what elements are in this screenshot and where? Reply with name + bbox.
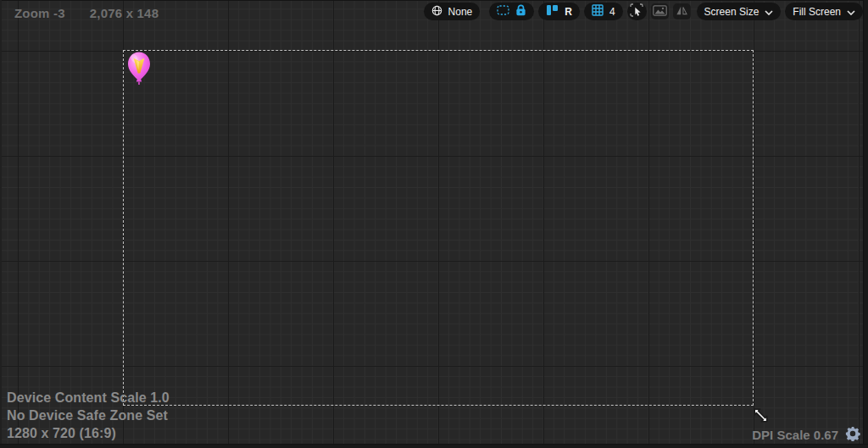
respect-locks-label[interactable]: R bbox=[565, 5, 572, 17]
globe-icon bbox=[431, 5, 442, 19]
fill-screen-label: Fill Screen bbox=[793, 5, 841, 17]
chevron-down-icon bbox=[847, 6, 855, 18]
localization-preview-button[interactable]: None bbox=[424, 3, 481, 20]
dpi-scale-row: DPI Scale 0.67 bbox=[752, 426, 860, 444]
lock-icon[interactable] bbox=[515, 4, 526, 19]
zoom-level-label: Zoom -3 bbox=[14, 6, 65, 20]
grid-snap-size-label[interactable]: 4 bbox=[609, 5, 615, 17]
mirror-flip-button[interactable] bbox=[673, 3, 691, 19]
viewport-top-border bbox=[0, 0, 868, 1]
viewport-bottom-scroll-track[interactable] bbox=[0, 444, 868, 448]
canvas-outline bbox=[123, 50, 754, 406]
selection-lock-group bbox=[489, 3, 534, 20]
cursor-select-icon bbox=[630, 3, 643, 19]
cursor-select-button[interactable] bbox=[627, 3, 647, 20]
balloon-widget[interactable] bbox=[126, 51, 152, 91]
grid-icon[interactable] bbox=[592, 4, 604, 19]
umg-designer-viewport[interactable]: Zoom -3 2,076 x 148 None R bbox=[0, 0, 868, 448]
chevron-down-icon bbox=[765, 6, 773, 18]
widget-layout-icon[interactable] bbox=[546, 4, 559, 19]
designer-toolbar: None R 4 bbox=[424, 3, 863, 20]
grid-snap-group: 4 bbox=[584, 3, 623, 20]
gear-icon[interactable] bbox=[845, 426, 860, 444]
device-content-scale-label: Device Content Scale 1.0 bbox=[7, 389, 170, 407]
device-info-overlay: Device Content Scale 1.0 No Device Safe … bbox=[7, 389, 170, 442]
fill-screen-dropdown[interactable]: Fill Screen bbox=[785, 3, 863, 20]
dpi-scale-label: DPI Scale 0.67 bbox=[752, 428, 838, 442]
preview-image-button[interactable] bbox=[651, 3, 669, 19]
dashed-selection-icon[interactable] bbox=[497, 5, 509, 18]
viewport-info: Zoom -3 2,076 x 148 bbox=[14, 6, 159, 20]
canvas-size-label: 2,076 x 148 bbox=[90, 6, 159, 20]
respect-locks-group: R bbox=[538, 3, 580, 20]
viewport-right-scroll-track[interactable] bbox=[863, 0, 868, 448]
screen-size-dropdown[interactable]: Screen Size bbox=[697, 3, 782, 20]
localization-label: None bbox=[448, 5, 473, 17]
mirror-flip-icon bbox=[676, 4, 688, 19]
safe-zone-label: No Device Safe Zone Set bbox=[7, 407, 170, 424]
screen-size-label: Screen Size bbox=[704, 5, 760, 17]
preview-image-icon bbox=[653, 4, 667, 19]
viewport-left-border bbox=[0, 0, 2, 448]
resolution-label: 1280 x 720 (16:9) bbox=[7, 424, 170, 442]
